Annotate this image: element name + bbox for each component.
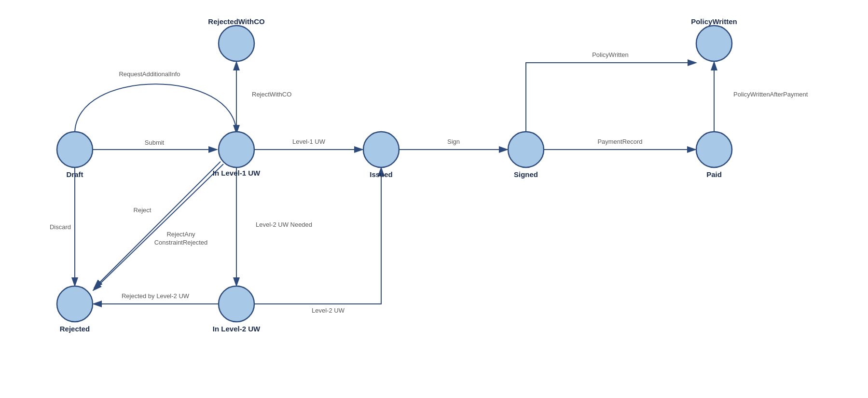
edge-reject bbox=[94, 162, 220, 288]
diagram-container: RequestAdditionalInfo Submit RejectWithC… bbox=[0, 0, 868, 398]
node-signed-label: Signed bbox=[514, 170, 538, 178]
node-signed-circle bbox=[508, 132, 544, 167]
edge-label-request-additional-info: RequestAdditionalInfo bbox=[119, 70, 180, 78]
node-rejected-with-co-circle bbox=[219, 26, 254, 61]
edge-label-rejected-by-level2: Rejected by Level-2 UW bbox=[122, 292, 190, 300]
node-rejected-label: Rejected bbox=[60, 325, 90, 333]
edge-label-policy-written: PolicyWritten bbox=[592, 51, 629, 58]
edge-label-payment-record: PaymentRecord bbox=[597, 138, 642, 145]
node-rejected-circle bbox=[57, 286, 93, 322]
node-issued-circle bbox=[363, 132, 399, 167]
edge-label-reject-with-co: RejectWithCO bbox=[252, 91, 291, 98]
edge-reject-any bbox=[93, 164, 223, 290]
node-rejected-with-co-label: RejectedWithCO bbox=[208, 17, 265, 26]
node-draft-circle bbox=[57, 132, 93, 167]
edge-label-level2-needed: Level-2 UW Needed bbox=[256, 221, 312, 228]
edge-policy-written bbox=[526, 63, 696, 132]
node-level1-uw-label-line1: In Level-1 UW bbox=[213, 169, 261, 177]
edge-label-sign: Sign bbox=[447, 138, 460, 145]
edge-label-reject-any: RejectAny bbox=[166, 231, 195, 238]
edge-label-level2-uw: Level-2 UW bbox=[312, 307, 345, 314]
edge-request-additional-info bbox=[75, 84, 236, 134]
edge-label-submit: Submit bbox=[145, 139, 165, 146]
node-policy-written-label: PolicyWritten bbox=[691, 17, 737, 26]
edge-label-policy-written-after-payment: PolicyWrittenAfterPayment bbox=[733, 91, 808, 98]
edge-label-discard: Discard bbox=[50, 223, 71, 231]
edge-label-constraint-rejected: ConstraintRejected bbox=[154, 239, 208, 246]
node-draft-label: Draft bbox=[66, 170, 83, 178]
node-issued-label: Issued bbox=[370, 170, 393, 178]
node-paid-circle bbox=[696, 132, 732, 167]
node-level2-uw-label: In Level-2 UW bbox=[213, 325, 261, 333]
edge-label-level1-uw: Level-1 UW bbox=[292, 138, 326, 145]
node-policy-written-circle bbox=[696, 26, 732, 61]
node-level2-uw-circle bbox=[219, 286, 254, 322]
node-paid-label: Paid bbox=[706, 170, 722, 178]
edge-level2-uw bbox=[255, 167, 381, 304]
node-level1-uw-circle bbox=[219, 132, 254, 167]
edge-label-reject: Reject bbox=[134, 206, 152, 214]
